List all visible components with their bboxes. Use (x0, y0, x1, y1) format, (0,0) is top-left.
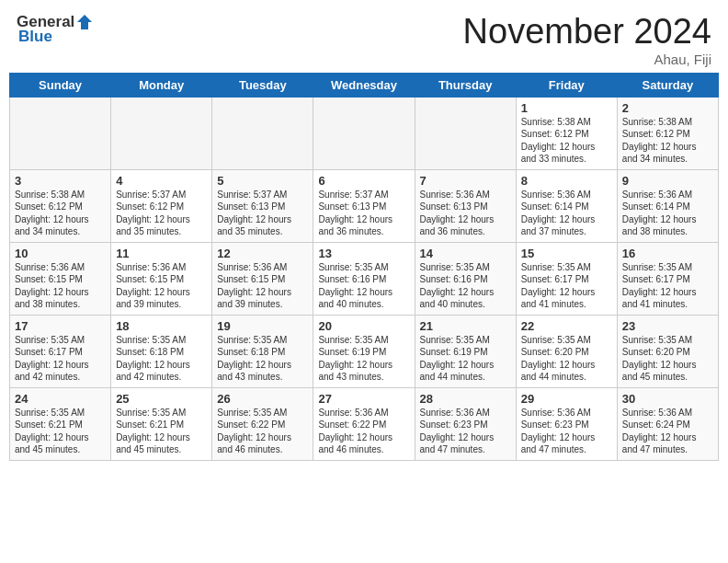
day-number: 26 (217, 392, 308, 406)
sunset-text: Sunset: 6:15 PM (116, 273, 207, 286)
daylight-text: Daylight: 12 hours and 34 minutes. (15, 213, 106, 238)
cal-cell: 2 Sunrise: 5:38 AM Sunset: 6:12 PM Dayli… (617, 97, 718, 169)
logo-icon (75, 13, 94, 31)
daylight-text: Daylight: 12 hours and 42 minutes. (116, 359, 207, 384)
title-block: November 2024 Ahau, Fiji (463, 13, 711, 67)
sunset-text: Sunset: 6:23 PM (420, 419, 511, 431)
cal-cell: 8 Sunrise: 5:36 AM Sunset: 6:14 PM Dayli… (516, 169, 617, 242)
svg-marker-0 (77, 15, 92, 29)
cal-cell: 19 Sunrise: 5:35 AM Sunset: 6:18 PM Dayl… (212, 315, 313, 387)
sunset-text: Sunset: 6:14 PM (622, 201, 713, 213)
daylight-text: Daylight: 12 hours and 34 minutes. (622, 141, 713, 166)
sunset-text: Sunset: 6:21 PM (15, 419, 106, 431)
sunrise-text: Sunrise: 5:35 AM (217, 407, 308, 419)
cal-cell: 29 Sunrise: 5:36 AM Sunset: 6:23 PM Dayl… (516, 387, 617, 460)
day-number: 3 (15, 174, 106, 188)
sunset-text: Sunset: 6:12 PM (116, 201, 207, 213)
cal-cell: 1 Sunrise: 5:38 AM Sunset: 6:12 PM Dayli… (516, 97, 617, 169)
sunrise-text: Sunrise: 5:36 AM (318, 407, 409, 419)
day-number: 29 (521, 392, 612, 406)
cal-cell: 14 Sunrise: 5:35 AM Sunset: 6:16 PM Dayl… (415, 242, 516, 315)
daylight-text: Daylight: 12 hours and 45 minutes. (15, 431, 106, 456)
day-number: 19 (217, 319, 308, 333)
sunset-text: Sunset: 6:12 PM (15, 201, 106, 213)
sunset-text: Sunset: 6:13 PM (217, 201, 308, 213)
cal-cell: 20 Sunrise: 5:35 AM Sunset: 6:19 PM Dayl… (313, 315, 415, 387)
day-number: 25 (116, 392, 207, 406)
sunrise-text: Sunrise: 5:36 AM (622, 189, 713, 201)
cal-cell: 5 Sunrise: 5:37 AM Sunset: 6:13 PM Dayli… (212, 169, 313, 242)
daylight-text: Daylight: 12 hours and 46 minutes. (217, 431, 308, 456)
sunrise-text: Sunrise: 5:35 AM (521, 334, 612, 347)
sunset-text: Sunset: 6:17 PM (15, 346, 106, 359)
sunrise-text: Sunrise: 5:35 AM (622, 334, 713, 347)
sunset-text: Sunset: 6:18 PM (116, 346, 207, 359)
logo-blue-text: Blue (17, 28, 52, 46)
sunrise-text: Sunrise: 5:36 AM (420, 189, 511, 201)
weekday-header-row: Sunday Monday Tuesday Wednesday Thursday… (10, 73, 719, 97)
header-saturday: Saturday (617, 73, 718, 97)
cal-cell (10, 97, 111, 169)
sunrise-text: Sunrise: 5:35 AM (622, 261, 713, 274)
sunset-text: Sunset: 6:12 PM (622, 128, 713, 141)
daylight-text: Daylight: 12 hours and 35 minutes. (217, 213, 308, 238)
daylight-text: Daylight: 12 hours and 41 minutes. (622, 286, 713, 311)
daylight-text: Daylight: 12 hours and 44 minutes. (521, 359, 612, 384)
cal-cell: 11 Sunrise: 5:36 AM Sunset: 6:15 PM Dayl… (111, 242, 212, 315)
sunset-text: Sunset: 6:16 PM (318, 273, 409, 286)
sunset-text: Sunset: 6:15 PM (15, 273, 106, 286)
week-row-5: 24 Sunrise: 5:35 AM Sunset: 6:21 PM Dayl… (10, 387, 719, 460)
daylight-text: Daylight: 12 hours and 45 minutes. (116, 431, 207, 456)
sunrise-text: Sunrise: 5:36 AM (15, 261, 106, 274)
daylight-text: Daylight: 12 hours and 43 minutes. (318, 359, 409, 384)
sunrise-text: Sunrise: 5:35 AM (318, 261, 409, 274)
daylight-text: Daylight: 12 hours and 47 minutes. (521, 431, 612, 456)
daylight-text: Daylight: 12 hours and 36 minutes. (420, 213, 511, 238)
cal-cell: 10 Sunrise: 5:36 AM Sunset: 6:15 PM Dayl… (10, 242, 111, 315)
sunrise-text: Sunrise: 5:36 AM (622, 407, 713, 419)
cal-cell (415, 97, 516, 169)
cal-cell: 22 Sunrise: 5:35 AM Sunset: 6:20 PM Dayl… (516, 315, 617, 387)
logo: General Blue (17, 13, 95, 46)
day-number: 2 (622, 101, 713, 115)
day-number: 14 (420, 247, 511, 260)
cal-cell: 3 Sunrise: 5:38 AM Sunset: 6:12 PM Dayli… (10, 169, 111, 242)
daylight-text: Daylight: 12 hours and 43 minutes. (217, 359, 308, 384)
cal-cell: 18 Sunrise: 5:35 AM Sunset: 6:18 PM Dayl… (111, 315, 212, 387)
sunrise-text: Sunrise: 5:35 AM (15, 407, 106, 419)
sunset-text: Sunset: 6:21 PM (116, 419, 207, 431)
week-row-1: 1 Sunrise: 5:38 AM Sunset: 6:12 PM Dayli… (10, 97, 719, 169)
daylight-text: Daylight: 12 hours and 41 minutes. (521, 286, 612, 311)
sunset-text: Sunset: 6:20 PM (622, 346, 713, 359)
sunset-text: Sunset: 6:14 PM (521, 201, 612, 213)
cal-cell (111, 97, 212, 169)
sunset-text: Sunset: 6:16 PM (420, 273, 511, 286)
header-thursday: Thursday (415, 73, 516, 97)
sunrise-text: Sunrise: 5:38 AM (622, 116, 713, 129)
day-number: 5 (217, 174, 308, 188)
cal-cell: 6 Sunrise: 5:37 AM Sunset: 6:13 PM Dayli… (313, 169, 415, 242)
daylight-text: Daylight: 12 hours and 39 minutes. (116, 286, 207, 311)
calendar-table: Sunday Monday Tuesday Wednesday Thursday… (9, 73, 719, 461)
sunrise-text: Sunrise: 5:36 AM (521, 189, 612, 201)
daylight-text: Daylight: 12 hours and 39 minutes. (217, 286, 308, 311)
cal-cell: 15 Sunrise: 5:35 AM Sunset: 6:17 PM Dayl… (516, 242, 617, 315)
cal-cell: 4 Sunrise: 5:37 AM Sunset: 6:12 PM Dayli… (111, 169, 212, 242)
sunset-text: Sunset: 6:23 PM (521, 419, 612, 431)
cal-cell: 13 Sunrise: 5:35 AM Sunset: 6:16 PM Dayl… (313, 242, 415, 315)
daylight-text: Daylight: 12 hours and 33 minutes. (521, 141, 612, 166)
header-friday: Friday (516, 73, 617, 97)
sunset-text: Sunset: 6:24 PM (622, 419, 713, 431)
daylight-text: Daylight: 12 hours and 42 minutes. (15, 359, 106, 384)
sunset-text: Sunset: 6:19 PM (318, 346, 409, 359)
cal-cell: 7 Sunrise: 5:36 AM Sunset: 6:13 PM Dayli… (415, 169, 516, 242)
sunrise-text: Sunrise: 5:36 AM (521, 407, 612, 419)
day-number: 23 (622, 319, 713, 333)
cal-cell: 30 Sunrise: 5:36 AM Sunset: 6:24 PM Dayl… (617, 387, 718, 460)
sunrise-text: Sunrise: 5:37 AM (318, 189, 409, 201)
week-row-4: 17 Sunrise: 5:35 AM Sunset: 6:17 PM Dayl… (10, 315, 719, 387)
day-number: 30 (622, 392, 713, 406)
daylight-text: Daylight: 12 hours and 35 minutes. (116, 213, 207, 238)
sunset-text: Sunset: 6:13 PM (420, 201, 511, 213)
daylight-text: Daylight: 12 hours and 44 minutes. (420, 359, 511, 384)
